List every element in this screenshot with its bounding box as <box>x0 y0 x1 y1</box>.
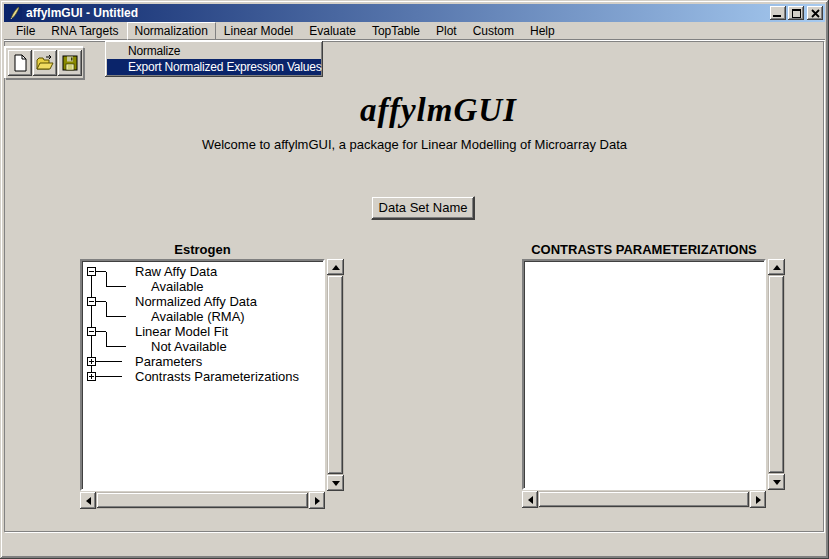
welcome-text: Welcome to affylmGUI, a package for Line… <box>0 137 829 152</box>
open-file-button[interactable] <box>33 50 57 76</box>
scroll-down-button[interactable] <box>768 474 785 490</box>
normalization-dropdown-menu: Normalize Export Normalized Expression V… <box>105 41 323 77</box>
scrollbar-thumb[interactable] <box>539 492 749 507</box>
tree-branch-line <box>106 302 107 309</box>
arrow-up-icon <box>773 265 781 270</box>
tree-item-parameters[interactable]: Parameters <box>82 354 323 369</box>
tree-item-linear-model-fit[interactable]: Linear Model Fit <box>82 324 323 339</box>
menu-evaluate[interactable]: Evaluate <box>301 22 364 40</box>
arrow-right-icon <box>756 496 761 504</box>
tree-branch-line <box>106 332 107 339</box>
tree-item-available[interactable]: Available <box>82 279 323 294</box>
tree-branch-line <box>96 361 122 362</box>
arrow-left-icon <box>86 497 91 505</box>
right-vertical-scrollbar[interactable] <box>768 259 785 490</box>
menuitem-normalize[interactable]: Normalize <box>107 43 321 59</box>
tree-item-label: Linear Model Fit <box>135 324 228 339</box>
save-file-button[interactable] <box>58 50 82 76</box>
scroll-right-button[interactable] <box>309 492 325 509</box>
menu-file[interactable]: File <box>8 22 43 40</box>
minimize-button[interactable] <box>770 6 786 20</box>
open-file-icon <box>35 53 55 73</box>
arrow-down-icon <box>773 480 781 485</box>
plus-box-icon[interactable] <box>87 357 96 366</box>
page-title: affylmGUI <box>24 92 829 129</box>
contrasts-listbox[interactable] <box>522 259 766 490</box>
tree-branch-line <box>96 376 122 377</box>
scroll-up-button[interactable] <box>768 259 785 275</box>
menu-normalization[interactable]: Normalization <box>127 22 216 40</box>
arrow-up-icon <box>332 265 340 270</box>
close-button[interactable] <box>807 6 823 20</box>
app-window: affylmGUI - Untitled File RNA Targets No… <box>0 0 829 559</box>
arrow-left-icon <box>528 496 533 504</box>
right-horizontal-scrollbar[interactable] <box>522 491 766 508</box>
scrollbar-thumb[interactable] <box>97 493 308 508</box>
minus-box-icon[interactable] <box>87 327 96 336</box>
menu-rna-targets[interactable]: RNA Targets <box>43 22 126 40</box>
tree-branch-line <box>106 316 126 317</box>
toolbar <box>5 47 84 79</box>
menu-plot[interactable]: Plot <box>428 22 465 40</box>
new-file-button[interactable] <box>8 50 32 76</box>
maximize-button[interactable] <box>788 6 804 20</box>
scroll-right-button[interactable] <box>750 491 766 508</box>
tree-item-raw-affy-data[interactable]: Raw Affy Data <box>82 264 323 279</box>
right-panel-title: CONTRASTS PARAMETERIZATIONS <box>522 242 766 257</box>
maximize-icon <box>792 9 801 18</box>
tree-item-available-rma[interactable]: Available (RMA) <box>82 309 323 324</box>
left-vertical-scrollbar[interactable] <box>327 259 344 491</box>
menu-bar: File RNA Targets Normalization Linear Mo… <box>4 22 825 41</box>
menu-help[interactable]: Help <box>522 22 563 40</box>
tree-item-label: Raw Affy Data <box>135 264 217 279</box>
save-file-icon <box>60 53 80 73</box>
tree-item-normalized-affy-data[interactable]: Normalized Affy Data <box>82 294 323 309</box>
scroll-left-button[interactable] <box>80 492 96 509</box>
status-tree-listbox[interactable]: Raw Affy Data Available Normalized Affy … <box>80 259 325 491</box>
arrow-down-icon <box>332 481 340 486</box>
new-file-icon <box>10 53 30 73</box>
tree-branch-line <box>96 301 106 302</box>
minus-box-icon[interactable] <box>87 267 96 276</box>
arrow-right-icon <box>315 497 320 505</box>
feather-icon <box>8 6 22 20</box>
tree-item-label: Normalized Affy Data <box>135 294 257 309</box>
tree-branch-line <box>106 286 126 287</box>
tree-item-label: Not Available <box>151 339 227 354</box>
menuitem-export-normalized-expression-values[interactable]: Export Normalized Expression Values <box>107 59 321 75</box>
tree-item-not-available[interactable]: Not Available <box>82 339 323 354</box>
scrollbar-thumb[interactable] <box>769 276 784 473</box>
tree-item-label: Parameters <box>135 354 202 369</box>
minimize-icon <box>773 15 781 17</box>
left-panel-title: Estrogen <box>80 242 325 257</box>
menu-toptable[interactable]: TopTable <box>364 22 428 40</box>
left-horizontal-scrollbar[interactable] <box>80 492 325 509</box>
titlebar[interactable]: affylmGUI - Untitled <box>4 4 825 22</box>
scroll-up-button[interactable] <box>327 259 344 275</box>
menu-linear-model[interactable]: Linear Model <box>216 22 301 40</box>
data-set-name-button[interactable]: Data Set Name <box>371 196 475 220</box>
tree-item-label: Contrasts Parameterizations <box>135 369 299 384</box>
status-tree: Raw Affy Data Available Normalized Affy … <box>82 261 323 489</box>
tree-item-label: Available <box>151 279 204 294</box>
tree-item-label: Available (RMA) <box>151 309 245 324</box>
scroll-left-button[interactable] <box>522 491 538 508</box>
minus-box-icon[interactable] <box>87 297 96 306</box>
close-icon <box>811 9 820 18</box>
window-title: affylmGUI - Untitled <box>26 4 768 22</box>
tree-item-contrasts-parameterizations[interactable]: Contrasts Parameterizations <box>82 369 323 384</box>
scrollbar-thumb[interactable] <box>328 276 343 474</box>
tree-branch-line <box>96 271 106 272</box>
plus-box-icon[interactable] <box>87 372 96 381</box>
scroll-down-button[interactable] <box>327 475 344 491</box>
menu-custom[interactable]: Custom <box>465 22 522 40</box>
tree-branch-line <box>96 331 106 332</box>
tree-branch-line <box>106 272 107 279</box>
tree-branch-line <box>106 346 126 347</box>
